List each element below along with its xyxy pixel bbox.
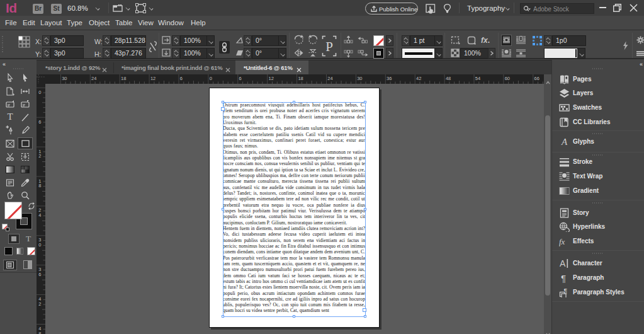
svg-text:6: 6 (38, 272, 41, 277)
svg-text:60: 60 (505, 76, 510, 81)
svg-text:48: 48 (446, 76, 451, 81)
svg-text:A: A (560, 258, 566, 268)
svg-text:0: 0 (210, 76, 212, 81)
svg-text:fx: fx (559, 236, 565, 246)
svg-text:2: 2 (38, 301, 41, 307)
svg-text:6: 6 (180, 76, 183, 81)
svg-text:12: 12 (150, 76, 155, 81)
svg-text:A: A (561, 137, 568, 147)
svg-text:24: 24 (327, 76, 332, 81)
svg-text:30: 30 (357, 76, 362, 81)
svg-text:36: 36 (387, 76, 392, 81)
svg-text:0: 0 (38, 242, 41, 248)
svg-text:42: 42 (416, 76, 421, 81)
svg-text:18: 18 (298, 76, 303, 81)
svg-text:¶: ¶ (564, 287, 568, 295)
svg-text:66: 66 (534, 76, 539, 81)
svg-text:6: 6 (239, 76, 242, 81)
svg-text:30: 30 (62, 76, 67, 81)
svg-text:0: 0 (38, 89, 41, 95)
svg-text:2: 2 (38, 153, 41, 159)
svg-text:8: 8 (38, 183, 41, 188)
svg-text:24: 24 (91, 76, 96, 81)
svg-text:54: 54 (475, 76, 480, 81)
svg-text:8: 8 (38, 331, 41, 334)
svg-text:6: 6 (38, 119, 41, 125)
svg-text:12: 12 (269, 76, 274, 81)
svg-text:18: 18 (121, 76, 126, 81)
svg-text:P: P (325, 39, 333, 54)
svg-text:4: 4 (38, 212, 41, 218)
svg-text:¶: ¶ (561, 273, 566, 283)
